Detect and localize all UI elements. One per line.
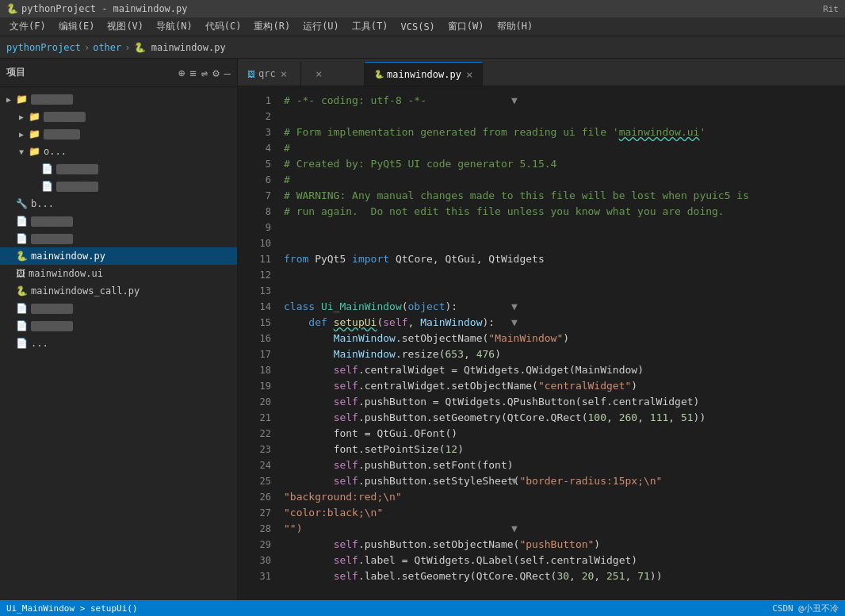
- token: mainwindow.ui: [619, 124, 700, 140]
- line-num-21: 21: [238, 410, 271, 426]
- token: self: [383, 315, 407, 331]
- menu-bar: 文件(F)编辑(E)视图(V)导航(N)代码(C)重构(R)运行(U)工具(T)…: [0, 17, 845, 36]
- token: self: [334, 553, 358, 568]
- menu-item-t[interactable]: 工具(T): [346, 18, 395, 35]
- fold-arrow-25[interactable]: ▼: [511, 473, 524, 489]
- token: MainWindow: [334, 346, 396, 362]
- token: ,: [668, 410, 681, 426]
- line-num-23: 23: [238, 442, 271, 457]
- token: setupUi: [334, 315, 377, 331]
- tree-icon-0: 📁: [16, 94, 28, 105]
- token: self: [334, 473, 358, 489]
- tree-label-8: ████████: [31, 234, 73, 244]
- status-bar: Ui_MainWindow > setupUi() CSDN @小丑不冷: [0, 600, 845, 616]
- token: self: [334, 362, 358, 378]
- line-num-24: 24: [238, 457, 271, 473]
- menu-item-f[interactable]: 文件(F): [3, 18, 52, 35]
- tree-item-8[interactable]: 📄████████: [0, 230, 237, 247]
- token: [284, 346, 334, 362]
- menu-item-v[interactable]: 视图(V): [101, 18, 150, 35]
- code-content[interactable]: ▼ # -*- coding: utf-8 -*-# Form implemen…: [277, 86, 845, 600]
- tree-label-14: ...: [31, 338, 48, 349]
- menu-item-vcss[interactable]: VCS(S): [395, 20, 442, 34]
- sidebar-header: 项目 ⊕ ≡ ⇌ ⚙ —: [0, 59, 237, 87]
- line-num-1: 1: [238, 93, 271, 109]
- tree-item-2[interactable]: ▶📁████_Py: [0, 125, 237, 143]
- sidebar-tool-new[interactable]: ⊕: [178, 67, 185, 79]
- tree-icon-9: 🐍: [16, 251, 28, 262]
- menu-item-r[interactable]: 重构(R): [247, 18, 296, 35]
- code-line-13: [277, 283, 845, 299]
- tree-item-11[interactable]: 🐍mainwindows_call.py: [0, 282, 237, 300]
- tab-bar: 🖼qrc××🐍mainwindow.py×: [238, 59, 845, 86]
- tree-item-9[interactable]: 🐍mainwindow.py: [0, 247, 237, 265]
- breadcrumb-folder[interactable]: other: [93, 42, 121, 53]
- tree-icon-13: 📄: [16, 320, 28, 331]
- token: [284, 394, 334, 410]
- fold-arrow-28[interactable]: ▼: [511, 521, 524, 537]
- token: .pushButton.setObjectName(: [358, 537, 520, 553]
- menu-item-u[interactable]: 运行(U): [296, 18, 346, 35]
- tree-arrow-1: ▶: [16, 113, 27, 121]
- code-line-26: "background:red;\n": [277, 489, 845, 505]
- tab-2[interactable]: 🐍mainwindow.py×: [365, 62, 483, 86]
- tree-item-4[interactable]: 📄████████: [0, 160, 237, 178]
- token: object: [408, 299, 445, 315]
- tab-close-2[interactable]: ×: [466, 68, 472, 81]
- sidebar: 项目 ⊕ ≡ ⇌ ⚙ — ▶📁████████▶📁████r_Py▶📁████_…: [0, 59, 238, 600]
- tree-item-3[interactable]: ▼📁o...: [0, 143, 237, 160]
- token: self: [334, 457, 358, 473]
- line-num-2: 2: [238, 109, 271, 124]
- status-left: Ui_MainWindow > setupUi(): [6, 603, 138, 614]
- code-line-27: "color:black;\n": [277, 505, 845, 521]
- tab-label-0: qrc: [258, 68, 276, 79]
- token: QtCore, QtGui, QtWidgets: [389, 251, 545, 267]
- tab-0[interactable]: 🖼qrc×: [238, 62, 301, 86]
- tree-item-6[interactable]: 🔧b...: [0, 195, 237, 212]
- tab-close-1[interactable]: ×: [315, 67, 322, 80]
- menu-item-c[interactable]: 代码(C): [199, 18, 248, 35]
- sidebar-tool-list[interactable]: ≡: [189, 67, 196, 79]
- tree-item-5[interactable]: 📄████████: [0, 178, 237, 195]
- line-num-9: 9: [238, 220, 271, 235]
- token: ): [495, 346, 501, 362]
- sidebar-tool-sort[interactable]: ⇌: [201, 67, 208, 79]
- tab-1[interactable]: ×: [301, 62, 365, 86]
- code-line-23: font.setPointSize(12): [277, 442, 845, 457]
- tree-label-1: ████r_Py: [44, 112, 86, 122]
- tab-close-0[interactable]: ×: [281, 67, 287, 80]
- status-path: Ui_MainWindow > setupUi(): [6, 603, 138, 614]
- tree-item-12[interactable]: 📄████████: [0, 300, 237, 317]
- title-left: 🐍 pythonProject - mainwindow.py: [6, 3, 188, 14]
- menu-item-e[interactable]: 编辑(E): [52, 18, 101, 35]
- token: ,: [625, 568, 638, 584]
- menu-item-h[interactable]: 帮助(H): [491, 18, 540, 35]
- sidebar-tools: ⊕ ≡ ⇌ ⚙ —: [178, 67, 231, 79]
- breadcrumb-project[interactable]: pythonProject: [6, 42, 81, 53]
- token: .centralWidget = QtWidgets.QWidget(MainW…: [358, 362, 644, 378]
- tree-icon-8: 📄: [16, 233, 28, 244]
- code-line-8: # run again. Do not edit this file unles…: [277, 204, 845, 220]
- tree-item-7[interactable]: 📄████████: [0, 212, 237, 230]
- fold-arrow-1[interactable]: ▼: [511, 93, 524, 109]
- tree-item-13[interactable]: 📄████████: [0, 317, 237, 335]
- tree-label-4: ████████: [56, 164, 98, 174]
- tree-item-0[interactable]: ▶📁████████: [0, 90, 237, 108]
- menu-item-n[interactable]: 导航(N): [150, 18, 199, 35]
- token: #: [284, 172, 290, 188]
- tree-item-10[interactable]: 🖼mainwindow.ui: [0, 265, 237, 282]
- sidebar-tool-settings[interactable]: ⚙: [212, 67, 219, 79]
- token: self: [334, 410, 358, 426]
- tree-label-7: ████████: [31, 216, 73, 227]
- code-line-17: MainWindow.resize(653, 476): [277, 346, 845, 362]
- sidebar-tool-collapse[interactable]: —: [224, 67, 231, 79]
- token: self: [334, 568, 358, 584]
- tree-item-14[interactable]: 📄...: [0, 335, 237, 352]
- fold-arrow-15[interactable]: ▼: [511, 315, 524, 331]
- breadcrumb-sep1: ›: [84, 42, 90, 53]
- token: ): [457, 442, 464, 457]
- tree-label-9: mainwindow.py: [31, 251, 105, 262]
- tree-item-1[interactable]: ▶📁████r_Py: [0, 108, 237, 125]
- menu-item-w[interactable]: 窗口(W): [442, 18, 491, 35]
- fold-arrow-14[interactable]: ▼: [511, 299, 524, 315]
